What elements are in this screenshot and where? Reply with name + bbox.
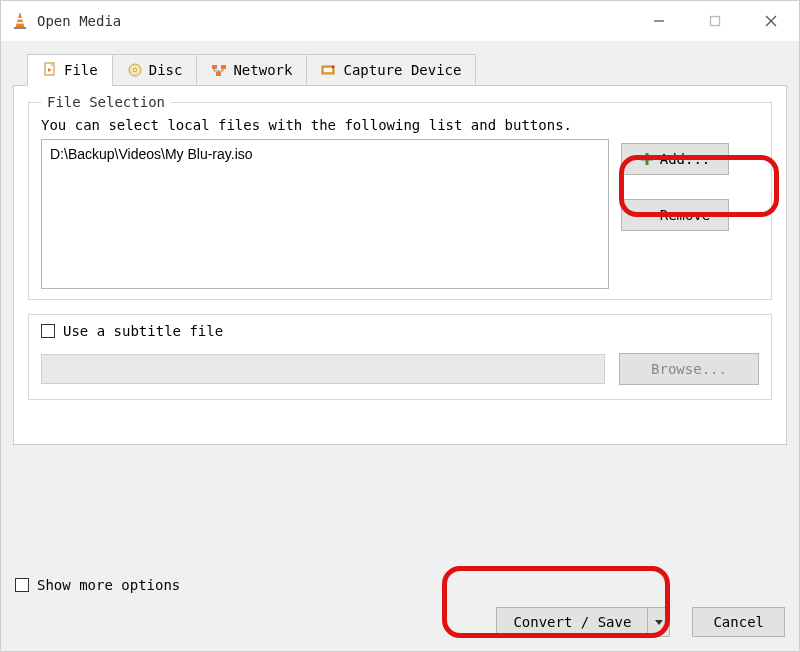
tab-network-label: Network — [233, 62, 292, 78]
file-icon — [42, 62, 58, 78]
convert-save-main[interactable]: Convert / Save — [496, 607, 648, 637]
window-title: Open Media — [37, 13, 121, 29]
svg-rect-1 — [18, 18, 23, 20]
file-row: D:\Backup\Videos\My Blu-ray.iso Add... — [29, 133, 771, 299]
file-list[interactable]: D:\Backup\Videos\My Blu-ray.iso — [41, 139, 609, 289]
svg-rect-3 — [14, 27, 26, 29]
minimize-button[interactable] — [631, 1, 687, 41]
tab-capture-label: Capture Device — [343, 62, 461, 78]
titlebar-title: Open Media — [11, 12, 121, 30]
capture-icon — [321, 62, 337, 78]
svg-rect-13 — [212, 65, 217, 69]
svg-rect-15 — [216, 72, 221, 76]
browse-label: Browse... — [651, 361, 727, 377]
svg-point-22 — [332, 66, 335, 69]
more-options-label: Show more options — [37, 577, 180, 593]
file-list-item[interactable]: D:\Backup\Videos\My Blu-ray.iso — [50, 146, 600, 162]
convert-save-dropdown[interactable] — [648, 607, 670, 637]
network-icon — [211, 62, 227, 78]
add-button[interactable]: Add... — [621, 143, 729, 175]
close-button[interactable] — [743, 1, 799, 41]
maximize-button[interactable] — [687, 1, 743, 41]
subtitle-check-row: Use a subtitle file — [41, 323, 759, 339]
subtitle-path-row: Browse... — [41, 353, 759, 385]
add-label: Add... — [660, 151, 711, 167]
svg-point-12 — [133, 68, 136, 71]
file-selection-group: File Selection You can select local file… — [28, 102, 772, 300]
action-row: Convert / Save Cancel — [15, 607, 785, 637]
more-options-row: Show more options — [15, 577, 785, 593]
content-area: File Disc Network Capture Device — [1, 41, 799, 651]
tabs: File Disc Network Capture Device — [27, 53, 787, 85]
cancel-button[interactable]: Cancel — [692, 607, 785, 637]
vlc-cone-icon — [11, 12, 29, 30]
open-media-window: Open Media File — [0, 0, 800, 652]
group-title: File Selection — [41, 94, 171, 110]
tab-file-label: File — [64, 62, 98, 78]
svg-marker-0 — [16, 13, 24, 27]
cancel-label: Cancel — [713, 614, 764, 630]
convert-save-button[interactable]: Convert / Save — [496, 607, 670, 637]
svg-marker-26 — [655, 620, 663, 625]
subtitle-checkbox[interactable] — [41, 324, 55, 338]
file-panel: File Selection You can select local file… — [13, 85, 787, 445]
tab-file[interactable]: File — [27, 54, 113, 86]
tab-disc[interactable]: Disc — [112, 54, 198, 86]
titlebar: Open Media — [1, 1, 799, 41]
window-controls — [631, 1, 799, 41]
subtitle-check-label: Use a subtitle file — [63, 323, 223, 339]
remove-label: Remove — [660, 207, 711, 223]
convert-save-label: Convert / Save — [513, 614, 631, 630]
svg-rect-14 — [221, 65, 226, 69]
tab-disc-label: Disc — [149, 62, 183, 78]
remove-button[interactable]: Remove — [621, 199, 729, 231]
bottom-area: Show more options Convert / Save Cancel — [15, 577, 785, 637]
tab-network[interactable]: Network — [196, 54, 307, 86]
plus-icon — [640, 152, 654, 166]
file-buttons: Add... Remove — [621, 143, 729, 231]
svg-rect-21 — [324, 68, 332, 72]
more-options-checkbox[interactable] — [15, 578, 29, 592]
browse-button[interactable]: Browse... — [619, 353, 759, 385]
disc-icon — [127, 62, 143, 78]
subtitle-path-input — [41, 354, 605, 384]
subtitle-group: Use a subtitle file Browse... — [28, 314, 772, 400]
tab-capture[interactable]: Capture Device — [306, 54, 476, 86]
svg-rect-2 — [17, 22, 23, 24]
minus-icon — [640, 208, 654, 222]
chevron-down-icon — [654, 617, 664, 627]
svg-rect-5 — [711, 17, 720, 26]
